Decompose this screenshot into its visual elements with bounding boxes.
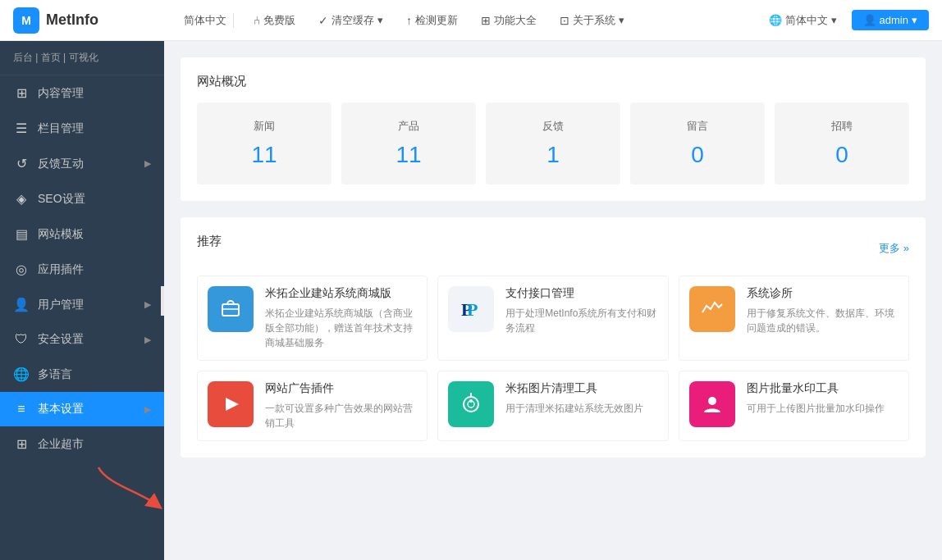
nav-center: 简体中文 ⑃ 免费版 ✓ 清空缓存 ▾ ↑ 检测更新 ⊞ 功能大全 ⊡ 关于系统… (177, 9, 761, 32)
recommend-title: 推荐 (197, 234, 222, 249)
lang-label: 简体中文 (785, 13, 828, 28)
sidebar-item-label: 基本设置 (38, 402, 136, 417)
svg-point-9 (708, 397, 716, 405)
template-icon: ▤ (13, 226, 30, 242)
sidebar-item-label: 栏目管理 (38, 121, 151, 136)
recommend-card: 推荐 更多 » 米拓企业建站系统商城版 米拓企业建站系统商城版 (181, 217, 926, 458)
sidebar-item-security[interactable]: 🛡 安全设置 ▶ (0, 322, 164, 357)
more-link[interactable]: 更多 » (879, 241, 909, 256)
check-update-button[interactable]: ↑ 检测更新 (396, 9, 468, 32)
enterprise-icon: ⊞ (13, 436, 30, 452)
plugin-shop-name: 米拓企业建站系统商城版 (265, 286, 417, 301)
plugins-icon: ◎ (13, 262, 30, 277)
plugin-imgcleaner-desc: 用于清理米拓建站系统无效图片 (505, 401, 643, 416)
sidebar-item-users[interactable]: 👤 用户管理 ▶ (0, 287, 164, 322)
sidebar-collapse-button[interactable]: ‹ (161, 286, 164, 316)
stat-recruit-value: 0 (791, 142, 893, 168)
sidebar-item-label: SEO设置 (38, 192, 151, 207)
sidebar-item-label: 安全设置 (38, 332, 136, 347)
stat-message-value: 0 (647, 142, 748, 168)
svg-point-8 (469, 399, 473, 403)
cache-arrow-icon: ▾ (377, 14, 383, 26)
language-button[interactable]: 🌐 简体中文 ▾ (761, 9, 845, 32)
plugin-shop: 米拓企业建站系统商城版 米拓企业建站系统商城版（含商业版全部功能），赠送首年技术… (197, 275, 428, 361)
plugin-shop-desc: 米拓企业建站系统商城版（含商业版全部功能），赠送首年技术支持商城基础服务 (265, 306, 417, 350)
seo-icon: ◈ (13, 191, 30, 207)
sidebar-item-content[interactable]: ⊞ 内容管理 (0, 75, 164, 111)
plugin-imgcleaner-name: 米拓图片清理工具 (505, 381, 643, 396)
sidebar-item-label: 反馈互动 (38, 157, 136, 171)
features-button[interactable]: ⊞ 功能大全 (471, 9, 546, 32)
columns-icon: ☰ (13, 121, 30, 136)
svg-text:P: P (467, 299, 478, 320)
plugin-watermark-name: 图片批量水印工具 (747, 381, 885, 396)
stat-feedback-value: 1 (502, 142, 604, 168)
plugin-ad-icon (208, 381, 254, 427)
plugin-watermark: 图片批量水印工具 可用于上传图片批量加水印操作 (679, 371, 909, 441)
sidebar-item-plugins[interactable]: ◎ 应用插件 (0, 252, 164, 287)
sidebar-item-template[interactable]: ▤ 网站模板 (0, 216, 164, 252)
features-label: 功能大全 (494, 13, 537, 28)
logo-icon: M (13, 7, 39, 34)
sidebar-item-label: 多语言 (38, 367, 151, 382)
breadcrumb: 后台 | 首页 | 可视化 (0, 41, 164, 75)
plugin-payment-name: 支付接口管理 (505, 286, 657, 301)
sidebar-item-label: 用户管理 (38, 298, 136, 312)
basic-icon: ≡ (13, 402, 30, 417)
multilang-icon: 🌐 (13, 367, 30, 382)
sidebar-item-label: 网站模板 (38, 227, 151, 242)
sidebar-item-columns[interactable]: ☰ 栏目管理 (0, 111, 164, 146)
arrow-icon: ▶ (144, 158, 151, 169)
plugin-payment-info: 支付接口管理 用于处理MetInfo系统所有支付和财务流程 (505, 286, 657, 335)
sidebar-item-label: 应用插件 (38, 262, 151, 277)
sidebar-item-label: 企业超市 (38, 437, 151, 452)
stat-message-label: 留言 (647, 119, 748, 134)
main-layout: 后台 | 首页 | 可视化 ⊞ 内容管理 ☰ 栏目管理 ↺ 反馈互动 ▶ ◈ S… (0, 41, 942, 560)
arrow-annotation (90, 459, 164, 527)
users-icon: 👤 (13, 297, 30, 312)
recommend-header: 推荐 更多 » (197, 234, 909, 262)
plugin-watermark-info: 图片批量水印工具 可用于上传图片批量加水印操作 (747, 381, 885, 416)
stat-news-value: 11 (213, 142, 315, 168)
main-content: 网站概况 新闻 11 产品 11 反馈 1 留言 0 (164, 41, 942, 560)
plugin-shop-info: 米拓企业建站系统商城版 米拓企业建站系统商城版（含商业版全部功能），赠送首年技术… (265, 286, 417, 350)
sidebar-item-label: 内容管理 (38, 86, 151, 101)
plugin-imgcleaner-info: 米拓图片清理工具 用于清理米拓建站系统无效图片 (505, 381, 643, 416)
svg-rect-0 (222, 304, 239, 316)
logo-text: MetInfo (46, 11, 98, 29)
svg-point-5 (464, 397, 478, 412)
about-icon: ⊡ (560, 14, 569, 27)
admin-button[interactable]: 👤 admin ▾ (852, 10, 929, 30)
clear-cache-button[interactable]: ✓ 清空缓存 ▾ (309, 9, 393, 32)
sidebar-item-basic[interactable]: ≡ 基本设置 ▶ (0, 392, 164, 426)
admin-label: admin (880, 14, 908, 26)
plugin-ad-desc: 一款可设置多种广告效果的网站营销工具 (265, 401, 417, 430)
sidebar-item-enterprise[interactable]: ⊞ 企业超市 (0, 426, 164, 462)
about-system-button[interactable]: ⊡ 关于系统 ▾ (550, 9, 634, 32)
stat-feedback: 反馈 1 (486, 102, 620, 184)
nav-right: 🌐 简体中文 ▾ 👤 admin ▾ (761, 9, 929, 32)
nav-language-label: 简体中文 (177, 13, 234, 28)
overview-title: 网站概况 (197, 74, 909, 89)
stat-feedback-label: 反馈 (502, 119, 604, 134)
sidebar-item-feedback[interactable]: ↺ 反馈互动 ▶ (0, 146, 164, 181)
sidebar-item-seo[interactable]: ◈ SEO设置 (0, 181, 164, 216)
stat-product: 产品 11 (341, 102, 476, 184)
features-icon: ⊞ (481, 14, 491, 27)
arrow-icon: ▶ (144, 299, 151, 310)
admin-arrow-icon: ▾ (912, 14, 917, 26)
user-icon: 👤 (863, 14, 876, 26)
sidebar-item-multilang[interactable]: 🌐 多语言 (0, 357, 164, 392)
plugin-watermark-icon (689, 381, 735, 427)
stat-recruit-label: 招聘 (791, 119, 893, 134)
about-arrow-icon: ▾ (619, 14, 624, 26)
feedback-icon: ↺ (13, 156, 30, 171)
plugin-ad: 网站广告插件 一款可设置多种广告效果的网站营销工具 (197, 371, 428, 441)
security-icon: 🛡 (13, 332, 30, 347)
free-version-button[interactable]: ⑃ 免费版 (244, 9, 305, 32)
stat-product-label: 产品 (358, 119, 460, 134)
plugin-shop-icon (208, 286, 254, 332)
arrow-icon: ▶ (144, 335, 151, 345)
logo-area: M MetInfo (13, 7, 177, 34)
free-icon: ⑃ (254, 14, 260, 27)
